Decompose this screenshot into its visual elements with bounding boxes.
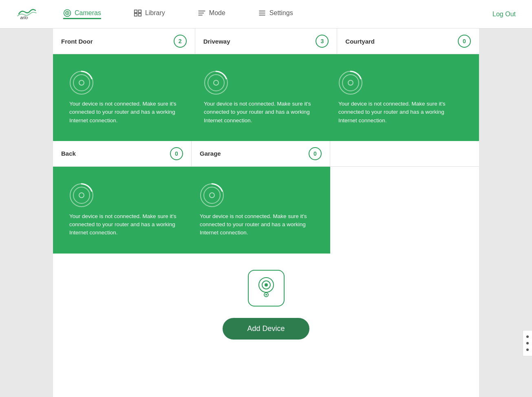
svg-point-16 <box>79 80 84 85</box>
camera-card-4: Your device is not connected. Make sure … <box>61 175 192 245</box>
svg-point-3 <box>66 12 68 13</box>
svg-point-15 <box>73 75 90 91</box>
scroll-dot-3 <box>526 348 529 351</box>
svg-rect-10 <box>198 15 202 15</box>
tab-driveway-label: Driveway <box>203 38 230 45</box>
camera-status-text-3: Your device is not connected. Make sure … <box>338 100 457 125</box>
mode-icon <box>198 9 206 17</box>
settings-icon <box>258 9 266 17</box>
svg-point-27 <box>204 187 220 203</box>
camera-status-text-5: Your device is not connected. Make sure … <box>200 212 314 237</box>
logo: arlo <box>16 7 39 21</box>
main-content: Front Door 2 Driveway 3 Courtyard 0 <box>53 29 479 397</box>
nav-settings-label: Settings <box>269 9 293 17</box>
tab-courtyard[interactable]: Courtyard 0 <box>337 29 479 54</box>
nav-mode-label: Mode <box>209 9 225 17</box>
svg-point-19 <box>214 80 219 85</box>
camera-icon <box>63 9 71 17</box>
svg-rect-7 <box>139 13 141 16</box>
svg-point-24 <box>73 187 90 203</box>
tab-front-door-badge: 2 <box>174 35 187 48</box>
svg-rect-5 <box>139 10 141 13</box>
nav-library-label: Library <box>145 9 165 17</box>
camera-section-row1: Your device is not connected. Make sure … <box>53 54 479 141</box>
tab-front-door-label: Front Door <box>61 38 93 45</box>
room-tabs-row1: Front Door 2 Driveway 3 Courtyard 0 <box>53 29 479 54</box>
tab-garage-badge: 0 <box>309 147 322 160</box>
camera-icon-1 <box>69 71 94 95</box>
tab-back[interactable]: Back 0 <box>53 141 192 166</box>
svg-point-21 <box>342 75 359 91</box>
tab-driveway-badge: 3 <box>316 35 329 48</box>
svg-rect-8 <box>198 11 205 11</box>
library-icon <box>134 9 142 17</box>
logout-button[interactable]: Log Out <box>492 11 516 18</box>
scroll-dot-1 <box>526 335 529 338</box>
svg-point-25 <box>79 193 84 198</box>
content-wrapper: Front Door 2 Driveway 3 Courtyard 0 <box>0 29 532 397</box>
scroll-dot-2 <box>526 342 529 344</box>
svg-point-33 <box>265 294 267 296</box>
tab-garage[interactable]: Garage 0 <box>192 141 330 166</box>
camera-status-text-2: Your device is not connected. Make sure … <box>204 100 322 125</box>
camera-icon-5 <box>200 183 224 207</box>
camera-icon-3 <box>338 71 363 95</box>
camera-card-2: Your device is not connected. Make sure … <box>196 62 330 133</box>
svg-text:arlo: arlo <box>20 15 28 20</box>
camera-card-1: Your device is not connected. Make sure … <box>61 62 196 133</box>
add-device-button[interactable]: Add Device <box>223 318 309 340</box>
add-device-area: Add Device <box>53 254 479 356</box>
camera-card-3: Your device is not connected. Make sure … <box>330 62 465 133</box>
nav-cameras[interactable]: Cameras <box>63 9 101 19</box>
room-tabs-row2: Back 0 Garage 0 <box>53 141 479 167</box>
tab-garage-label: Garage <box>200 150 221 157</box>
svg-point-28 <box>210 193 214 198</box>
tab-back-badge: 0 <box>170 147 183 160</box>
device-icon <box>248 270 285 307</box>
nav-library[interactable]: Library <box>134 9 165 19</box>
scrollbar-dots <box>523 330 532 356</box>
svg-point-31 <box>265 283 268 287</box>
arlo-logo-icon: arlo <box>16 7 37 21</box>
svg-point-18 <box>208 75 224 91</box>
tab-courtyard-badge: 0 <box>458 35 471 48</box>
svg-rect-6 <box>135 13 137 16</box>
tab-front-door[interactable]: Front Door 2 <box>53 29 195 54</box>
nav-cameras-label: Cameras <box>75 9 101 17</box>
nav-mode[interactable]: Mode <box>198 9 225 19</box>
main-nav: Cameras Library Mode <box>63 9 492 19</box>
header: arlo Cameras Library <box>0 0 532 29</box>
nav-settings[interactable]: Settings <box>258 9 293 19</box>
camera-section-row2: Your device is not connected. Make sure … <box>53 167 330 254</box>
camera-status-text-4: Your device is not connected. Make sure … <box>69 212 183 237</box>
arlo-device-icon <box>256 277 276 299</box>
tab-driveway[interactable]: Driveway 3 <box>195 29 338 54</box>
svg-point-22 <box>348 80 353 85</box>
camera-card-5: Your device is not connected. Make sure … <box>192 175 322 245</box>
camera-status-text-1: Your device is not connected. Make sure … <box>69 100 188 125</box>
camera-icon-4 <box>69 183 94 207</box>
camera-icon-2 <box>204 71 228 95</box>
tab-back-label: Back <box>61 150 76 157</box>
svg-rect-4 <box>135 10 137 13</box>
tab-courtyard-label: Courtyard <box>345 38 375 45</box>
svg-rect-9 <box>198 13 203 13</box>
